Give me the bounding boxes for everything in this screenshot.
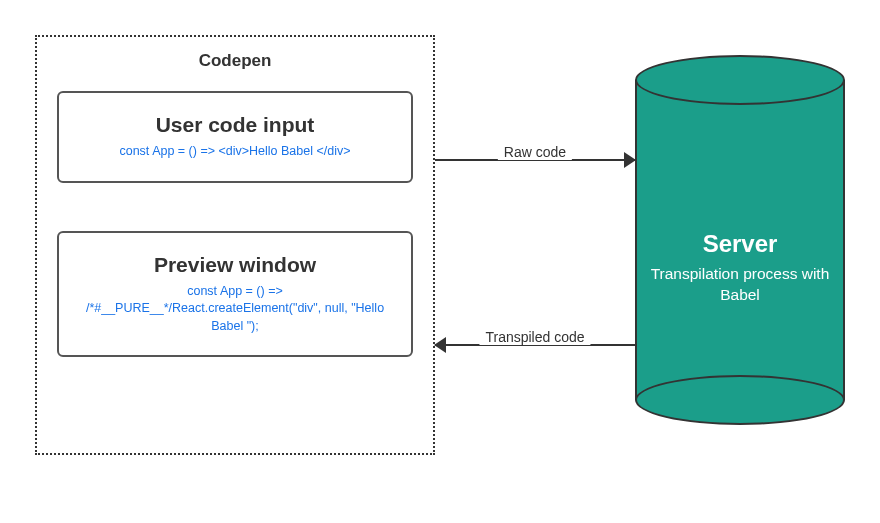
arrow-from-server-label: Transpiled code [479,329,590,345]
server-subtitle: Transpilation process with Babel [635,264,845,306]
arrow-left-icon [434,337,446,353]
arrow-to-server: Raw code [435,152,635,168]
user-code-input-code: const App = () => <div>Hello Babel </div… [69,143,401,161]
server-cylinder: Server Transpilation process with Babel [635,55,845,425]
cylinder-top-ellipse [635,55,845,105]
user-code-input-panel: User code input const App = () => <div>H… [57,91,413,183]
server-title: Server [635,230,845,258]
codepen-group: Codepen User code input const App = () =… [35,35,435,455]
preview-window-code: const App = () => /*#__PURE__*/React.cre… [69,283,401,336]
preview-window-panel: Preview window const App = () => /*#__PU… [57,231,413,358]
server-text-group: Server Transpilation process with Babel [635,230,845,306]
arrow-to-server-label: Raw code [498,144,572,160]
arrow-from-server: Transpiled code [435,337,635,353]
cylinder-bottom-ellipse [635,375,845,425]
user-code-input-title: User code input [69,113,401,137]
preview-window-title: Preview window [69,253,401,277]
codepen-title: Codepen [37,37,433,81]
